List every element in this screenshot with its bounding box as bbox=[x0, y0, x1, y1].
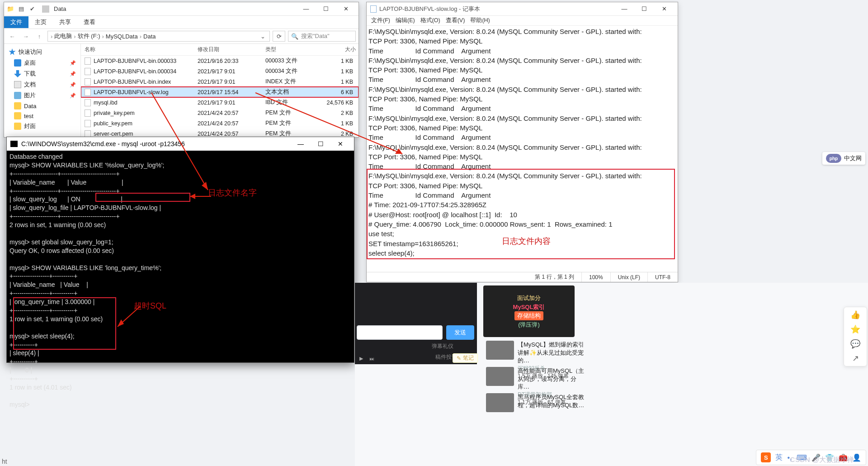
col-name[interactable]: 名称 bbox=[85, 46, 198, 53]
props-icon[interactable]: ▤ bbox=[18, 5, 25, 13]
nav-item[interactable]: 文档 📌 bbox=[4, 79, 80, 90]
like-icon[interactable]: 👍 bbox=[850, 310, 860, 320]
file-type: PEM 文件 bbox=[265, 109, 320, 117]
play-icon[interactable]: ▶ bbox=[359, 356, 363, 361]
next-icon[interactable]: ⏭ bbox=[369, 356, 374, 361]
notepad-window: LAPTOP-BJUBNFVL-slow.log - 记事本 — ☐ ✕ 文件(… bbox=[366, 2, 678, 282]
notepad-content[interactable]: F:\MySQL\bin\mysqld.exe, Version: 8.0.24… bbox=[367, 26, 678, 272]
file-icon bbox=[85, 130, 91, 138]
maximize-button[interactable]: ☐ bbox=[316, 2, 336, 16]
back-button[interactable]: ← bbox=[7, 31, 18, 42]
file-row[interactable]: private_key.pem 2021/4/24 20:57 PEM 文件 2… bbox=[81, 108, 359, 118]
thumb-text: (弹压弹) bbox=[513, 320, 545, 329]
side-float-panel[interactable]: 👍 ⭐ 💬 ↗ bbox=[844, 307, 867, 366]
menu-format[interactable]: 格式(O) bbox=[419, 16, 442, 25]
quick-access[interactable]: 快速访问 bbox=[4, 47, 80, 57]
nav-item[interactable]: Data bbox=[4, 101, 80, 111]
notepad-statusbar: 第 1 行，第 1 列 100% Unix (LF) UTF-8 bbox=[367, 272, 678, 282]
file-row[interactable]: mysql.ibd 2021/9/17 9:01 IBD 文件 24,576 K… bbox=[81, 97, 359, 108]
ribbon-home[interactable]: 主页 bbox=[28, 16, 53, 28]
note-button[interactable]: ✎ 笔记 bbox=[453, 353, 478, 363]
related-video-thumb[interactable]: 面试加分 MySQL索引 存储结构 (弹压弹) bbox=[483, 285, 575, 337]
explorer-titlebar[interactable]: 📁 ▤ ✔ Data — ☐ ✕ bbox=[4, 2, 359, 16]
nav-item[interactable]: 封面 bbox=[4, 121, 80, 132]
file-row[interactable]: LAPTOP-BJUBNFVL-slow.log 2021/9/17 15:54… bbox=[81, 87, 359, 97]
notepad-title-text: LAPTOP-BJUBNFVL-slow.log - 记事本 bbox=[379, 5, 480, 13]
minimize-button[interactable]: — bbox=[291, 137, 311, 151]
ribbon-share[interactable]: 共享 bbox=[53, 16, 77, 28]
search-input[interactable]: 🔍 搜索"Data" bbox=[288, 31, 356, 42]
crumb[interactable]: Data bbox=[143, 33, 156, 40]
gift-label[interactable]: 弹幕礼仪 bbox=[432, 342, 453, 350]
nav-item[interactable]: 下载 📌 bbox=[4, 68, 80, 79]
file-row[interactable]: LAPTOP-BJUBNFVL-bin.index 2021/9/17 9:01… bbox=[81, 76, 359, 87]
notepad-menu[interactable]: 文件(F) 编辑(E) 格式(O) 查看(V) 帮助(H) bbox=[367, 16, 678, 26]
maximize-button[interactable]: ☐ bbox=[634, 2, 654, 16]
ribbon-view[interactable]: 查看 bbox=[77, 16, 102, 28]
close-button[interactable]: ✕ bbox=[330, 137, 350, 151]
nav-item[interactable]: test bbox=[4, 111, 80, 121]
minimize-button[interactable]: — bbox=[296, 2, 316, 16]
ribbon-file[interactable]: 文件 bbox=[4, 16, 28, 28]
cmd-output[interactable]: Database changed mysql> SHOW VARIABLES L… bbox=[7, 151, 354, 411]
cmd-titlebar[interactable]: C:\WINDOWS\system32\cmd.exe - mysql -uro… bbox=[7, 137, 354, 151]
menu-edit[interactable]: 编辑(E) bbox=[394, 16, 417, 25]
file-icon bbox=[85, 99, 91, 106]
nav-item[interactable]: 图片 📌 bbox=[4, 90, 80, 101]
file-date: 2021/4/24 20:57 bbox=[198, 120, 265, 127]
file-row[interactable]: LAPTOP-BJUBNFVL-bin.000034 2021/9/17 9:0… bbox=[81, 66, 359, 76]
file-row[interactable]: public_key.pem 2021/4/24 20:57 PEM 文件 1 … bbox=[81, 118, 359, 128]
folder-icon bbox=[14, 81, 21, 88]
nav-label: 图片 bbox=[24, 91, 36, 100]
crumb[interactable]: 软件 (F:) bbox=[78, 32, 100, 40]
breadcrumb[interactable]: › 此电脑› 软件 (F:)› MySQLData› Data ⌄ bbox=[47, 31, 270, 42]
menu-view[interactable]: 查看(V) bbox=[444, 16, 467, 25]
file-type: PEM 文件 bbox=[265, 130, 320, 137]
ribbon-tabs: 文件 主页 共享 查看 bbox=[4, 16, 359, 29]
ime-lang[interactable]: 英 bbox=[775, 453, 783, 462]
window-title: Data bbox=[54, 5, 66, 12]
share-icon[interactable]: ↗ bbox=[852, 353, 859, 363]
php-cn-badge[interactable]: php 中文网 bbox=[822, 152, 865, 165]
thumb-text: 存储结构 bbox=[514, 311, 543, 320]
danmaku-input[interactable] bbox=[357, 325, 443, 340]
cmd-window: C:\WINDOWS\system32\cmd.exe - mysql -uro… bbox=[6, 137, 354, 363]
menu-file[interactable]: 文件(F) bbox=[369, 16, 392, 25]
refresh-button[interactable]: ⟳ bbox=[273, 31, 285, 42]
forward-button[interactable]: → bbox=[20, 31, 31, 42]
crumb-dropdown-icon[interactable]: ⌄ bbox=[259, 33, 267, 40]
file-name: LAPTOP-BJUBNFVL-bin.000033 bbox=[94, 58, 176, 64]
col-date[interactable]: 修改日期 bbox=[198, 46, 265, 53]
send-button[interactable]: 发送 bbox=[446, 325, 474, 340]
folder-icon: 📁 bbox=[7, 5, 14, 13]
col-type[interactable]: 类型 bbox=[265, 46, 320, 53]
nav-item[interactable]: 桌面 📌 bbox=[4, 57, 80, 68]
file-size: 1 KB bbox=[320, 79, 356, 85]
video-player-area[interactable]: ▶ ⏭ ⚙ ⛶ bbox=[355, 283, 477, 364]
file-date: 2021/9/17 9:01 bbox=[198, 100, 265, 106]
background-webpage: ▶ ⏭ ⚙ ⛶ 发送 弹幕礼仪 稿件投诉 ✎ 笔记 面试加分 MySQL索引 存… bbox=[355, 283, 868, 466]
file-row[interactable]: LAPTOP-BJUBNFVL-bin.000033 2021/9/16 20:… bbox=[81, 56, 359, 66]
up-button[interactable]: ↑ bbox=[34, 31, 45, 42]
file-list[interactable]: 名称 修改日期 类型 大小 LAPTOP-BJUBNFVL-bin.000033… bbox=[81, 44, 359, 137]
comment-icon[interactable]: 💬 bbox=[850, 339, 860, 349]
folder-icon bbox=[14, 70, 21, 77]
csdn-watermark: CSDN @大数据小禅 bbox=[790, 456, 854, 464]
video-title: 黑马程序员MySQL全套教程，超详细的MySQL数… bbox=[518, 393, 585, 409]
nav-pane[interactable]: 快速访问 桌面 📌 下载 📌 文档 📌 图片 📌 Data test 封面 bbox=[4, 44, 81, 137]
crumb[interactable]: 此电脑 bbox=[54, 32, 72, 40]
related-video-card[interactable]: 黑马程序员MySQL全套教程，超详细的MySQL数… bbox=[486, 393, 585, 412]
file-type: PEM 文件 bbox=[265, 119, 320, 127]
col-size[interactable]: 大小 bbox=[320, 46, 356, 53]
check-icon[interactable]: ✔ bbox=[28, 5, 36, 13]
minimize-button[interactable]: — bbox=[614, 2, 634, 16]
close-button[interactable]: ✕ bbox=[336, 2, 356, 16]
close-button[interactable]: ✕ bbox=[654, 2, 674, 16]
maximize-button[interactable]: ☐ bbox=[311, 137, 330, 151]
column-headers[interactable]: 名称 修改日期 类型 大小 bbox=[81, 44, 359, 56]
file-row[interactable]: server-cert.pem 2021/4/24 20:57 PEM 文件 2… bbox=[81, 128, 359, 137]
crumb[interactable]: MySQLData bbox=[106, 33, 138, 40]
star-icon[interactable]: ⭐ bbox=[850, 324, 860, 334]
notepad-titlebar[interactable]: LAPTOP-BJUBNFVL-slow.log - 记事本 — ☐ ✕ bbox=[367, 2, 678, 16]
menu-help[interactable]: 帮助(H) bbox=[468, 16, 491, 25]
